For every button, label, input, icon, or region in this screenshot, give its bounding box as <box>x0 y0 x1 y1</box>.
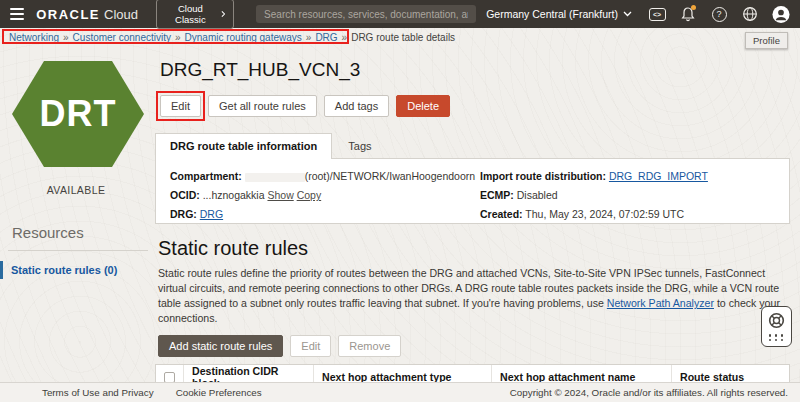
region-label: Germany Central (Frankfurt) <box>486 8 618 20</box>
breadcrumb-current: DRG route table details <box>351 32 455 43</box>
info-panel: Compartment: (root)/NETWORK/IwanHoogendo… <box>155 158 790 224</box>
table-remove-button[interactable]: Remove <box>338 335 401 357</box>
table-toolbar: Add static route rules Edit Remove <box>158 335 790 357</box>
breadcrumb-drg[interactable]: DRG <box>315 32 337 43</box>
topbar-icons: <> ? <box>648 5 790 23</box>
ocid-label: OCID: <box>170 189 200 201</box>
footer: Terms of Use and Privacy Cookie Preferen… <box>0 382 800 402</box>
dots-grid-icon <box>769 334 785 341</box>
help-icon[interactable]: ? <box>710 5 728 23</box>
import-route-distribution-label: Import route distribution: <box>480 170 606 182</box>
compartment-label: Compartment: <box>170 170 242 182</box>
table-edit-button[interactable]: Edit <box>290 335 331 357</box>
support-widget[interactable] <box>761 306 792 347</box>
add-tags-button[interactable]: Add tags <box>324 95 389 117</box>
terms-link[interactable]: Terms of Use and Privacy <box>42 387 154 398</box>
top-bar: ORACLE Cloud Cloud Classic Germany Centr… <box>0 0 800 28</box>
network-path-analyzer-link[interactable]: Network Path Analyzer <box>607 297 714 309</box>
drg-route-table-hexagon-icon: DRT <box>12 58 144 170</box>
compartment-value: (root)/NETWORK/IwanHoogendoorn <box>305 170 475 182</box>
hamburger-menu-icon[interactable] <box>10 8 24 20</box>
get-all-route-rules-button[interactable]: Get all route rules <box>208 95 317 117</box>
copyright-text: Copyright © 2024, Oracle and/or its affi… <box>510 387 788 398</box>
ocid-copy-link[interactable]: Copy <box>297 189 322 201</box>
breadcrumb-customer-connectivity[interactable]: Customer connectivity <box>73 32 171 43</box>
logo-oracle-text: ORACLE <box>36 7 100 22</box>
cloud-shell-icon[interactable]: <> <box>648 5 666 23</box>
breadcrumb-separator: » <box>175 32 181 43</box>
main-content: DRG_RT_HUB_VCN_3 Edit Get all route rule… <box>155 46 790 402</box>
edit-button[interactable]: Edit <box>160 95 201 117</box>
breadcrumb-separator: » <box>63 32 69 43</box>
import-route-distribution-link[interactable]: DRG_RDG_IMPORT <box>609 170 708 182</box>
select-all-checkbox[interactable] <box>164 372 175 383</box>
resources-divider <box>8 250 148 251</box>
language-globe-icon[interactable] <box>741 5 759 23</box>
drg-link[interactable]: DRG <box>200 208 223 220</box>
ecmp-value: Disabled <box>517 189 558 201</box>
breadcrumb-networking[interactable]: Networking <box>9 32 59 43</box>
life-ring-icon <box>768 312 785 329</box>
created-label: Created: <box>480 208 523 220</box>
cloud-classic-button[interactable]: Cloud Classic <box>156 0 234 29</box>
page-title: DRG_RT_HUB_VCN_3 <box>160 59 790 81</box>
cloud-classic-label: Cloud Classic <box>165 3 216 25</box>
delete-button[interactable]: Delete <box>396 95 450 117</box>
cookie-preferences-link[interactable]: Cookie Preferences <box>176 387 262 398</box>
static-route-rules-heading: Static route rules <box>158 237 790 260</box>
status-badge: AVAILABLE <box>0 184 152 196</box>
region-selector[interactable]: Germany Central (Frankfurt) <box>486 8 632 20</box>
ecmp-label: ECMP: <box>480 189 514 201</box>
hexagon-label: DRT <box>12 58 144 170</box>
breadcrumb-separator: » <box>342 32 348 43</box>
tab-bar: DRG route table information Tags <box>155 133 790 158</box>
logo-cloud-text: Cloud <box>104 7 138 22</box>
profile-avatar[interactable] <box>772 5 790 23</box>
ocid-value: ...hznogakkia <box>203 189 265 201</box>
tab-drg-route-table-information[interactable]: DRG route table information <box>155 133 332 159</box>
breadcrumb-separator: » <box>306 32 312 43</box>
created-value: Thu, May 23, 2024, 07:02:59 UTC <box>525 208 684 220</box>
chevron-right-icon <box>221 10 225 18</box>
resources-title: Resources <box>12 224 152 241</box>
breadcrumb-dynamic-routing-gateways[interactable]: Dynamic routing gateways <box>185 32 302 43</box>
redacted-value <box>245 173 305 182</box>
notifications-bell-icon[interactable] <box>679 5 697 23</box>
static-route-rules-description: Static route rules define the priority o… <box>158 266 790 326</box>
action-buttons-row: Edit Get all route rules Add tags Delete <box>160 95 790 117</box>
drg-label: DRG: <box>170 208 197 220</box>
profile-tooltip: Profile <box>745 32 788 49</box>
sidebar-item-static-route-rules[interactable]: Static route rules (0) <box>0 261 152 279</box>
notification-dot <box>691 5 696 10</box>
sidebar: DRT AVAILABLE Resources Static route rul… <box>0 46 152 279</box>
ocid-show-link[interactable]: Show <box>267 189 293 201</box>
add-static-route-rules-button[interactable]: Add static route rules <box>158 335 283 357</box>
tab-tags[interactable]: Tags <box>332 134 387 158</box>
search-input[interactable] <box>256 5 476 23</box>
breadcrumb: Networking » Customer connectivity » Dyn… <box>0 28 800 46</box>
oracle-cloud-logo[interactable]: ORACLE Cloud <box>36 7 138 22</box>
chevron-down-icon <box>623 11 632 17</box>
